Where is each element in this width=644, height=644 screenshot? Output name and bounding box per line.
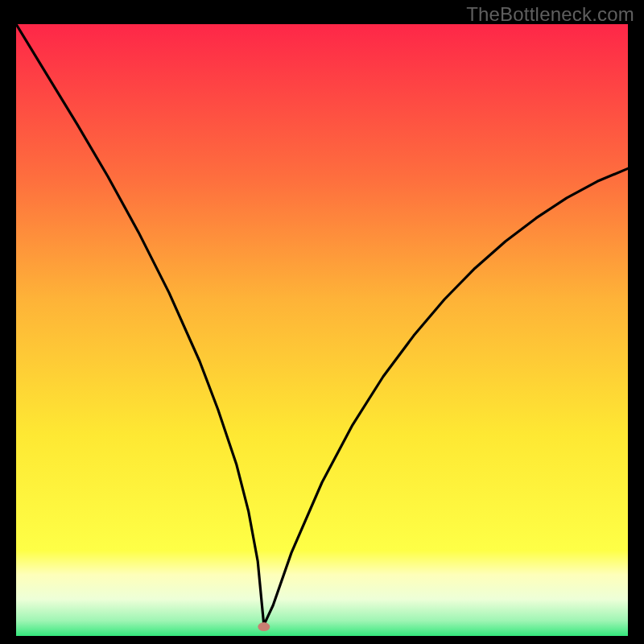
chart-container: TheBottleneck.com xyxy=(0,0,644,644)
plot-svg xyxy=(16,24,628,636)
gradient-background xyxy=(16,24,628,636)
watermark-text: TheBottleneck.com xyxy=(466,3,634,26)
plot-area xyxy=(16,24,628,636)
optimal-point-marker xyxy=(258,622,270,631)
